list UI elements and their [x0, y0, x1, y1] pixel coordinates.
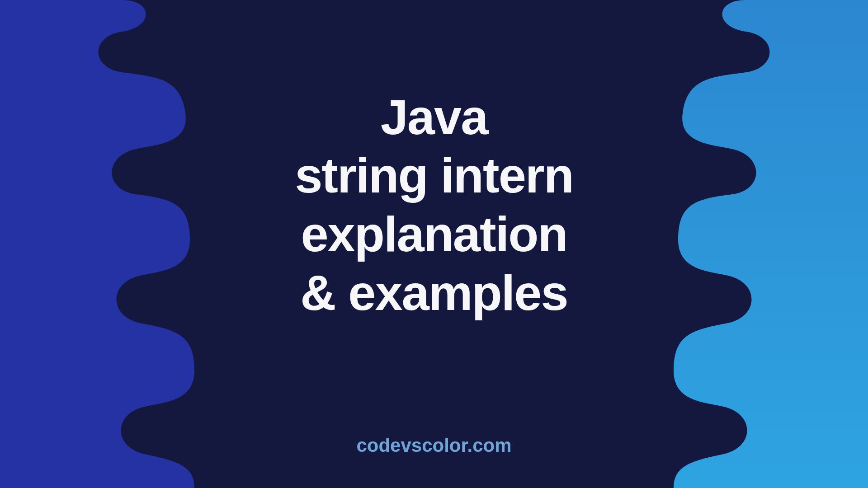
title-line-4: & examples [295, 263, 573, 322]
right-wave-shape [660, 0, 868, 488]
banner-title: Java string intern explanation & example… [295, 88, 573, 322]
title-line-1: Java [295, 88, 573, 146]
left-wave-shape [0, 0, 208, 488]
title-line-2: string intern [295, 146, 573, 205]
title-line-3: explanation [295, 205, 573, 264]
site-label: codevscolor.com [356, 435, 511, 456]
banner-stage: Java string intern explanation & example… [0, 0, 868, 488]
